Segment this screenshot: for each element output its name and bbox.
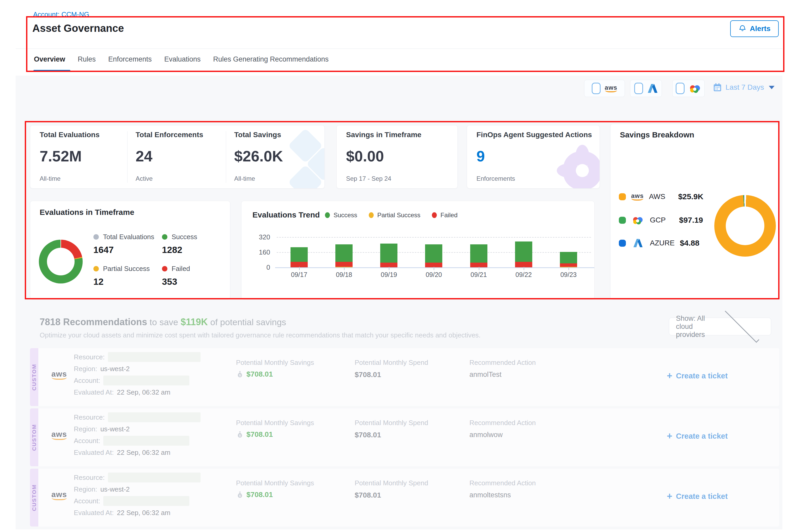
resource-label: Resource: — [74, 413, 105, 421]
svg-text:$: $ — [239, 494, 241, 497]
failed-count: 353 — [162, 277, 190, 287]
filter-chip-aws[interactable]: aws — [584, 80, 625, 97]
trend-bar-slot — [366, 237, 411, 267]
azure-logo-icon — [631, 239, 645, 247]
date-range-picker[interactable]: Last 7 Days — [712, 82, 775, 92]
aws-checkbox[interactable] — [592, 83, 601, 94]
savings-breakdown-donut-chart — [714, 195, 776, 256]
create-ticket-button[interactable]: +Create a ticket — [667, 492, 727, 501]
redacted-account-value — [103, 496, 189, 506]
savings-breakdown-item-gcp: GCP $97.19 — [619, 213, 703, 227]
total-enforcements-caption: Active — [136, 175, 153, 182]
region-value: us-west-2 — [100, 365, 130, 373]
bar-segment-failed — [560, 263, 577, 267]
create-ticket-button[interactable]: +Create a ticket — [667, 371, 727, 380]
trend-bars — [277, 237, 591, 267]
azure-checkbox[interactable] — [634, 83, 643, 94]
bell-icon — [738, 24, 747, 33]
calendar-icon — [712, 82, 722, 92]
trend-bar-slot — [322, 237, 366, 267]
gcp-logo-icon — [631, 215, 645, 225]
potential-monthly-spend-label: Potential Monthly Spend — [355, 359, 428, 367]
tab-overview[interactable]: Overview — [34, 55, 65, 63]
gcp-checkbox[interactable] — [676, 83, 685, 94]
evaluations-in-timeframe-title: Evaluations in Timeframe — [40, 208, 134, 217]
x-tick-label: 09/20 — [411, 271, 456, 279]
money-bag-icon: $ — [236, 491, 244, 499]
bar-segment-failed — [290, 262, 308, 267]
svg-text:$: $ — [239, 434, 241, 437]
region-value: us-west-2 — [100, 425, 130, 433]
cloud-provider-filter-dropdown[interactable]: Show: All cloud providers — [669, 318, 771, 335]
bar-segment-success — [515, 242, 532, 262]
evaluated-at-value: 22 Sep, 06:32 am — [117, 509, 170, 517]
tab-bar: Overview Rules Enforcements Evaluations … — [34, 55, 328, 63]
trend-plot-area — [277, 237, 591, 267]
evaluated-at-label: Evaluated At: — [74, 509, 114, 517]
create-ticket-button[interactable]: +Create a ticket — [667, 431, 727, 441]
resource-label: Resource: — [74, 474, 105, 482]
savings-in-timeframe-caption: Sep 17 - Sep 24 — [346, 175, 391, 182]
finops-agent-value: 9 — [476, 147, 485, 165]
provider-name: GCP — [650, 216, 674, 224]
potential-monthly-savings-label: Potential Monthly Savings — [236, 359, 314, 367]
recommendation-row: CUSTOM aws Resource: Region:us-west-2 Ac… — [30, 348, 779, 406]
failed-dot — [432, 212, 437, 218]
potential-monthly-spend-label: Potential Monthly Spend — [355, 419, 428, 427]
total-evaluations-dot — [93, 234, 99, 240]
filter-chip-gcp[interactable] — [672, 80, 705, 97]
stacked-bar-09/19 — [380, 244, 397, 267]
money-bag-icon: $ — [236, 370, 244, 378]
azure-logo-icon — [647, 84, 658, 93]
bar-segment-success — [470, 244, 488, 263]
x-tick-label: 09/21 — [456, 271, 501, 279]
trend-bar-slot — [546, 237, 591, 267]
recommendations-count: 7818 Recommendations — [40, 317, 147, 327]
filter-chip-azure[interactable] — [630, 80, 662, 97]
evaluations-trend-card: Evaluations Trend Success Partial Succes… — [241, 201, 594, 299]
potential-monthly-spend-value: $708.01 — [355, 431, 381, 439]
donut-hole — [47, 248, 75, 276]
evaluations-trend-title: Evaluations Trend — [252, 210, 320, 219]
y-tick-label: 320 — [259, 233, 270, 241]
potential-monthly-savings-label: Potential Monthly Savings — [236, 419, 314, 427]
tab-rules-generating-recommendations[interactable]: Rules Generating Recommendations — [213, 55, 328, 63]
donut-hole — [726, 207, 764, 245]
annotation-rectangle-header — [26, 16, 784, 72]
recommendations-subtitle: Optimize your cloud assets and minimize … — [40, 331, 481, 339]
flower-watermark-icon — [546, 142, 600, 189]
x-tick-label: 09/19 — [366, 271, 411, 279]
recommendation-row: CUSTOM aws Resource: Region:us-west-2 Ac… — [30, 469, 779, 527]
account-label: Account: — [74, 377, 100, 385]
evaluations-donut-chart — [39, 240, 83, 283]
trend-bar-slot — [277, 237, 322, 267]
cloud-provider-filter-label: Show: All cloud providers — [676, 315, 720, 339]
trend-bar-slot — [411, 237, 456, 267]
savings-in-timeframe-value: $0.00 — [346, 147, 384, 165]
total-evaluations-count: 1647 — [93, 245, 154, 255]
tab-evaluations[interactable]: Evaluations — [164, 55, 201, 63]
potential-monthly-spend-value: $708.01 — [355, 491, 381, 499]
redacted-resource-value — [108, 473, 201, 482]
tab-enforcements[interactable]: Enforcements — [108, 55, 152, 63]
recommendation-row: CUSTOM aws Resource: Region:us-west-2 Ac… — [30, 408, 779, 466]
potential-monthly-savings-value: $ $708.01 — [236, 370, 273, 378]
bar-segment-success — [380, 244, 397, 263]
savings-breakdown-item-aws: aws AWS $25.9K — [619, 190, 703, 204]
legend-success: Success 1282 — [162, 233, 197, 255]
savings-in-timeframe-label: Savings in Timeframe — [346, 131, 421, 139]
provider-name: AWS — [649, 192, 673, 201]
total-savings-value: $26.0K — [234, 147, 283, 165]
alerts-button[interactable]: Alerts — [730, 20, 779, 37]
custom-tag: CUSTOM — [30, 348, 38, 406]
breadcrumb-account-link[interactable]: Account: CCM-NG — [33, 11, 89, 19]
recommendations-headline: 7818 Recommendations to save $119K of po… — [40, 317, 286, 327]
stacked-bar-09/20 — [425, 244, 442, 267]
tab-rules[interactable]: Rules — [78, 55, 96, 63]
header-divider — [16, 49, 782, 49]
provider-savings-value: $4.88 — [680, 239, 699, 247]
account-label: Account: — [74, 437, 100, 445]
failed-dot — [162, 266, 167, 271]
aws-logo-icon: aws — [51, 491, 67, 500]
account-label: Account: — [74, 497, 100, 505]
